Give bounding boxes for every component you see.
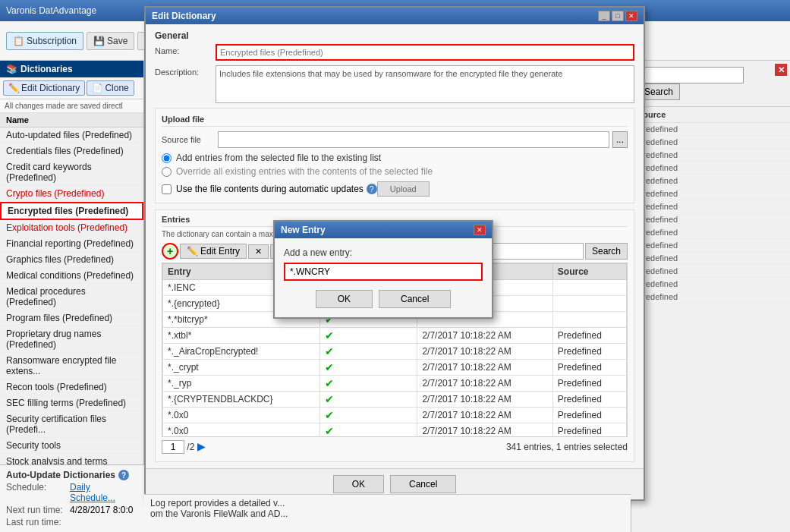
table-row[interactable]: *._crypt✔2/7/2017 10:18:22 AMPredefined	[163, 360, 627, 376]
right-panel-close[interactable]: ✕	[775, 64, 787, 76]
list-item[interactable]: Credit card keywords (Predefined)	[0, 159, 143, 186]
cancel-button[interactable]: Cancel	[390, 475, 456, 493]
save-icon: 💾	[93, 36, 105, 46]
save-button[interactable]: 💾 Save	[87, 32, 134, 50]
source-browse-button[interactable]: ...	[612, 131, 628, 148]
list-item[interactable]: Exploitation tools (Predefined)	[0, 220, 143, 236]
next-run-row: Next run time: 4/28/2017 8:0:0	[6, 505, 138, 515]
next-page-button[interactable]: ▶	[197, 440, 206, 452]
override-label: Override all existing entries with the c…	[176, 166, 433, 177]
last-run-row: Last run time:	[6, 517, 138, 527]
save-label: Save	[107, 36, 127, 46]
edit-entry-icon: ✏️	[187, 246, 198, 257]
right-list-item: Predefined	[631, 149, 790, 162]
right-list-item: Predefined	[631, 213, 790, 226]
new-entry-titlebar: New Entry ✕	[275, 222, 492, 238]
right-list-item: Predefined	[631, 162, 790, 175]
use-file-contents-checkbox[interactable]	[162, 184, 172, 194]
log-text-1: Log report provides a detailed v...	[150, 498, 625, 508]
override-radio[interactable]	[162, 167, 172, 177]
list-item[interactable]: Financial reporting (Predefined)	[0, 236, 143, 252]
upload-button[interactable]: Upload	[377, 181, 430, 197]
entries-count: 341 entries, 1 entries selected	[506, 442, 628, 452]
auto-update-panel: Auto-Update Dictionaries ? Schedule: Dai…	[0, 464, 144, 532]
source-file-row: Source file ...	[162, 131, 628, 148]
list-item-encrypted[interactable]: Encrypted files (Predefined)	[0, 202, 143, 220]
list-item[interactable]: Recon tools (Predefined)	[0, 379, 143, 395]
left-panel-title: Dictionaries	[20, 64, 73, 74]
desc-textarea[interactable]	[216, 65, 634, 103]
list-item[interactable]: Crypto files (Predefined)	[0, 186, 143, 202]
list-item[interactable]: Medical procedures (Predefined)	[0, 284, 143, 310]
left-panel-toolbar: ✏️ Edit Dictionary 📄 Clone	[0, 77, 143, 99]
override-radio-row: Override all existing entries with the c…	[162, 166, 628, 177]
list-item[interactable]: Security tools	[0, 438, 143, 454]
table-row[interactable]: *.0x0✔2/7/2017 10:18:22 AMPredefined	[163, 408, 627, 423]
add-entries-label: Add entries from the selected file to th…	[176, 153, 381, 163]
list-item[interactable]: Program files (Predefined)	[0, 310, 143, 326]
desc-label: Description:	[155, 65, 216, 77]
right-list-item: Predefined	[631, 136, 790, 149]
source-file-input[interactable]	[218, 131, 609, 148]
source-col-header: Source	[552, 264, 626, 280]
add-entry-button[interactable]: +	[162, 243, 178, 260]
table-row[interactable]: *.0x0✔2/7/2017 10:18:22 AMPredefined	[163, 423, 627, 438]
add-entries-radio[interactable]	[162, 153, 172, 163]
right-source-label: Source	[631, 107, 790, 123]
all-changes-note: All changes made are saved directl	[0, 99, 143, 113]
window-controls: _ □ ✕	[598, 11, 637, 21]
list-item[interactable]: SEC filling terms (Predefined)	[0, 395, 143, 411]
right-list-item: Predefined	[631, 175, 790, 187]
dictionaries-icon: 📚	[6, 64, 17, 74]
table-row[interactable]: *.{CRYPTENDBLACKDC}✔2/7/2017 10:18:22 AM…	[163, 392, 627, 408]
help-icon: ?	[118, 470, 129, 480]
pagination: /2 ▶ 341 entries, 1 entries selected	[162, 437, 628, 457]
list-item[interactable]: Security certification files (Predefi...	[0, 411, 143, 438]
list-item[interactable]: Auto-updated files (Predefined)	[0, 127, 143, 143]
list-item[interactable]: Credentials files (Predefined)	[0, 143, 143, 159]
list-item[interactable]: Proprietary drug names (Predefined)	[0, 326, 143, 353]
clone-button[interactable]: 📄 Clone	[87, 80, 134, 96]
table-row[interactable]: *._AiraCropEncrypted!✔2/7/2017 10:18:22 …	[163, 344, 627, 360]
table-row[interactable]: *._ryp✔2/7/2017 10:18:22 AMPredefined	[163, 376, 627, 392]
minimize-button[interactable]: _	[598, 11, 610, 21]
upload-section: Upload file Source file ... Add entries …	[155, 108, 634, 203]
close-window-button[interactable]: ✕	[625, 11, 637, 21]
edit-dictionary-button[interactable]: ✏️ Edit Dictionary	[3, 80, 85, 96]
ok-button[interactable]: OK	[333, 475, 384, 493]
subscription-icon: 📋	[13, 36, 24, 46]
left-panel-header: 📚 Dictionaries	[0, 61, 143, 77]
subscription-button[interactable]: 📋 Subscription	[6, 32, 83, 50]
log-text-2: om the Varonis FileWalk and AD...	[150, 508, 625, 519]
edit-entry-button[interactable]: ✏️ Edit Entry	[180, 244, 247, 259]
edit-icon: ✏️	[8, 83, 20, 93]
list-item[interactable]: Medical conditions (Predefined)	[0, 268, 143, 284]
right-list-item: Predefined	[631, 239, 790, 252]
modal-ok-button[interactable]: OK	[316, 290, 373, 308]
name-row: Name:	[155, 44, 634, 61]
list-item[interactable]: Ransomware encrypted file extens...	[0, 353, 143, 379]
left-panel: 📚 Dictionaries ✏️ Edit Dictionary 📄 Clon…	[0, 61, 144, 532]
schedule-link[interactable]: Daily Schedule...	[70, 482, 138, 503]
subscription-label: Subscription	[27, 36, 77, 46]
app-title: Varonis DatAdvantage	[6, 5, 96, 16]
close-modal-button[interactable]: ✕	[474, 225, 486, 235]
right-list-item: Predefined	[631, 226, 790, 239]
list-item[interactable]: Graphics files (Predefined)	[0, 252, 143, 268]
maximize-button[interactable]: □	[612, 11, 624, 21]
right-search-bar: Search	[631, 61, 790, 107]
delete-entry-button[interactable]: ✕	[248, 244, 269, 259]
entries-search-button[interactable]: Search	[585, 243, 628, 260]
list-header: Name	[0, 113, 143, 127]
modal-cancel-button[interactable]: Cancel	[379, 290, 451, 308]
upload-title: Upload file	[162, 115, 628, 127]
page-number-input[interactable]	[162, 440, 184, 454]
name-input[interactable]	[216, 44, 634, 61]
right-list-item: Predefined	[631, 291, 790, 304]
use-file-contents-label: Use the file contents during automatic u…	[176, 184, 364, 194]
table-row[interactable]: *.xtbl*✔2/7/2017 10:18:22 AMPredefined	[163, 328, 627, 344]
new-entry-input[interactable]	[284, 263, 483, 281]
pagination-controls: /2 ▶	[162, 440, 206, 454]
new-entry-title: New Entry	[281, 225, 326, 235]
right-search-input[interactable]	[637, 67, 744, 83]
